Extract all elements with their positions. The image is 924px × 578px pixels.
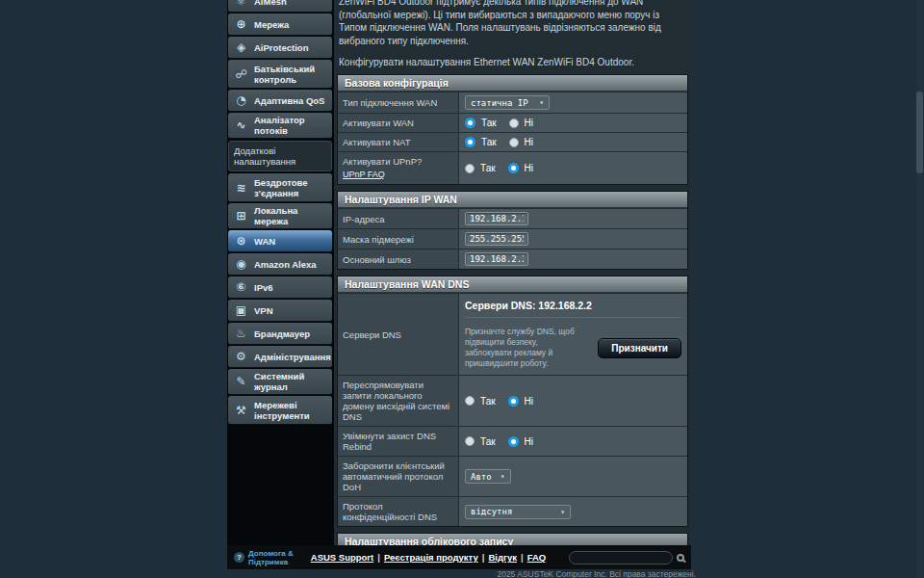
enable-wan-row: Активувати WAN Так Ні	[338, 113, 687, 132]
sidebar-item-label: AiProtection	[254, 42, 308, 53]
footer-search	[569, 551, 684, 565]
lan-icon: ⊞	[233, 209, 249, 223]
radio-yes[interactable]	[465, 118, 475, 128]
shield-icon: ◈	[233, 40, 249, 54]
sidebar-item-wan[interactable]: ⊛ WAN	[228, 230, 332, 252]
dns-forward-radio-group: Так Ні	[459, 376, 687, 426]
sidebar-item-network-map[interactable]: ⊕ Мережа	[228, 13, 332, 36]
sidebar-item-label: VPN	[254, 305, 273, 316]
sidebar-item-label: AiMesh	[254, 0, 287, 7]
radio-yes[interactable]	[465, 396, 475, 406]
dns-servers-label: Сервери DNS	[338, 294, 459, 375]
sidebar-item-parental-controls[interactable]: ☍ Батьківський контроль	[228, 60, 332, 89]
sidebar-item-label: Amazon Alexa	[254, 259, 317, 270]
page-description: ZenWiFi BD4 Outdoor підтримує декілька т…	[334, 0, 691, 47]
enable-upnp-label: Активувати UPnP?	[343, 156, 422, 167]
radio-no[interactable]	[508, 436, 519, 447]
sidebar-item-label: Локальна мережа	[254, 205, 329, 226]
sidebar-item-label: Адаптивна QoS	[254, 95, 324, 106]
dns-servers-row: Сервери DNS Сервери DNS: 192.168.2.2 При…	[338, 293, 687, 375]
sidebar: ⚛ AiMesh ⊕ Мережа ◈ AiProtection ☍ Батьк…	[227, 0, 333, 569]
wan-settings-content: ZenWiFi BD4 Outdoor підтримує декілька т…	[334, 0, 691, 545]
sidebar-item-system-log[interactable]: ✎ Системний журнал	[228, 369, 332, 395]
sidebar-item-vpn[interactable]: ▣ VPN	[228, 300, 332, 322]
chevron-down-icon: ▾	[560, 508, 565, 516]
ip-address-input[interactable]	[465, 212, 528, 225]
sidebar-item-label: WAN	[254, 236, 275, 247]
sidebar-section-advanced-settings: Додаткові налаштування	[228, 141, 332, 171]
sidebar-item-ipv6[interactable]: ⑥ IPv6	[228, 276, 332, 299]
subnet-mask-row: Маска підмережі	[338, 228, 687, 249]
dns-rebind-row: Увімкнути захист DNS Rebind Так Ні	[338, 426, 687, 456]
sidebar-item-firewall[interactable]: ♨ Брандмауер	[228, 323, 332, 345]
upnp-faq-link[interactable]: UPnP FAQ	[343, 170, 385, 180]
sidebar-item-amazon-alexa[interactable]: ◉ Amazon Alexa	[228, 253, 332, 276]
alexa-icon: ◉	[233, 257, 249, 271]
sidebar-item-adaptive-qos[interactable]: ◔ Адаптивна QoS	[228, 90, 332, 112]
network-tools-icon: ⚒	[233, 404, 249, 417]
product-registration-link[interactable]: Реєстрація продукту	[384, 552, 478, 563]
scrollbar-track[interactable]	[916, 0, 923, 578]
dns-assign-hint: Призначте службу DNS, щоб підвищити безп…	[465, 327, 592, 369]
dns-servers-value: Сервери DNS: 192.168.2.2	[465, 297, 681, 318]
gateway-row: Основний шлюз	[338, 249, 687, 269]
section-title: Базова конфігурація	[338, 75, 687, 92]
radio-no[interactable]	[508, 396, 519, 407]
section-basic-config: Базова конфігурація Тип підключення WAN …	[337, 74, 688, 185]
section-wan-ip: Налаштування IP WAN IP-адреса Маска підм…	[337, 191, 688, 270]
radio-no[interactable]	[509, 138, 519, 147]
search-icon[interactable]	[677, 554, 684, 562]
sidebar-item-administration[interactable]: ⚙ Адміністрування	[228, 346, 332, 368]
radio-no[interactable]	[508, 163, 519, 173]
gateway-input[interactable]	[465, 252, 528, 266]
dns-rebind-label: Увімкнути захист DNS Rebind	[338, 427, 459, 456]
radio-yes[interactable]	[465, 436, 475, 446]
sidebar-item-label: Системний журнал	[254, 371, 329, 392]
wireless-icon: ≋	[233, 181, 249, 195]
enable-upnp-row: Активувати UPnP? UPnP FAQ Так Ні	[338, 151, 687, 184]
section-account: Налаштування облікового запису Аутентифі…	[337, 533, 688, 545]
asus-support-link[interactable]: ASUS Support	[311, 552, 373, 563]
dns-forward-row: Переспрямовувати запити локального домен…	[338, 375, 687, 426]
wan-type-select[interactable]: статична IP ▾	[465, 95, 550, 110]
chevron-down-icon: ▾	[500, 472, 505, 481]
search-input[interactable]	[569, 551, 673, 565]
section-title: Налаштування WAN DNS	[338, 276, 687, 293]
feedback-link[interactable]: Відгук	[488, 552, 517, 563]
sidebar-item-label: Мережеві інструменти	[254, 400, 329, 421]
qos-gauge-icon: ◔	[233, 93, 249, 107]
dns-assign-button[interactable]: Призначити	[598, 338, 681, 358]
radio-yes[interactable]	[465, 164, 475, 173]
sidebar-item-wireless[interactable]: ≋ Бездротове з'єднання	[228, 173, 332, 202]
router-admin-page: ⚛ AiMesh ⊕ Мережа ◈ AiProtection ☍ Батьк…	[0, 0, 924, 578]
subnet-mask-label: Маска підмережі	[338, 229, 459, 249]
sidebar-item-lan[interactable]: ⊞ Локальна мережа	[228, 203, 332, 229]
sidebar-item-network-tools[interactable]: ⚒ Мережеві інструменти	[228, 396, 332, 425]
scrollbar-thumb[interactable]	[916, 92, 923, 173]
sidebar-item-label: Батьківський контроль	[254, 64, 329, 85]
sidebar-item-label: Мережа	[254, 19, 289, 30]
firewall-icon: ♨	[233, 327, 249, 340]
dns-privacy-label: Протокол конфіденційності DNS	[338, 497, 459, 526]
radio-yes[interactable]	[465, 137, 475, 147]
enable-wan-radio-group: Так Ні	[459, 114, 687, 132]
network-map-icon: ⊕	[233, 17, 249, 31]
enable-upnp-radio-group: Так Ні	[459, 152, 687, 184]
doh-label: Заборонити клієнтський автоматичний прот…	[338, 457, 459, 496]
sidebar-item-label: Адміністрування	[254, 352, 331, 362]
dns-privacy-row: Протокол конфіденційності DNS відсутня ▾	[338, 496, 687, 526]
sidebar-item-traffic-analyzer[interactable]: ∿ Аналізатор потоків	[228, 113, 332, 139]
ip-address-label: IP-адреса	[338, 209, 459, 228]
help-support-link[interactable]: ? Допомога & Підтримка	[234, 549, 294, 566]
sidebar-item-label: IPv6	[254, 282, 273, 293]
page-container: ⚛ AiMesh ⊕ Мережа ◈ AiProtection ☍ Батьк…	[227, 0, 691, 569]
sidebar-item-aimesh[interactable]: ⚛ AiMesh	[228, 0, 332, 13]
enable-wan-label: Активувати WAN	[338, 114, 459, 132]
dns-privacy-select[interactable]: відсутня ▾	[465, 505, 571, 519]
subnet-mask-input[interactable]	[465, 232, 528, 246]
doh-select[interactable]: Авто ▾	[465, 469, 511, 484]
sidebar-item-aiprotection[interactable]: ◈ AiProtection	[228, 37, 332, 59]
faq-link[interactable]: FAQ	[527, 552, 547, 563]
wan-type-row: Тип підключення WAN статична IP ▾	[338, 92, 687, 113]
radio-no[interactable]	[509, 118, 519, 128]
